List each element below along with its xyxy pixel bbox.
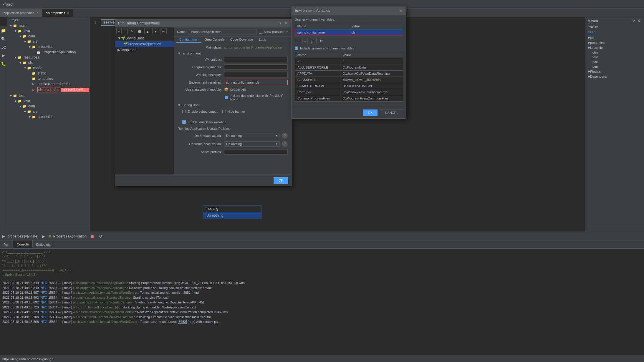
config-name-input[interactable] (189, 29, 256, 34)
tree-item-properties-test[interactable]: ▼ 📁 properties (7, 114, 89, 119)
config-tree-spring-boot[interactable]: ▼ 🌱 Spring Boot (115, 35, 174, 41)
maven-item-plugins[interactable]: ▶ Plugins (585, 69, 644, 74)
tree-item-java-main[interactable]: ▼ 📁 java (7, 28, 89, 34)
git-icon[interactable]: ⎇ (1, 45, 6, 49)
maven-item-deploy[interactable]: dep (585, 64, 644, 69)
maven-profiles[interactable]: Profiles (585, 24, 644, 29)
envvar-paste-btn[interactable]: ↺ (318, 38, 325, 44)
working-dir-input[interactable] (224, 72, 288, 77)
run-btn[interactable]: ▶ (41, 233, 46, 239)
tree-label: com (28, 104, 35, 108)
enable-debug-row[interactable]: Enable debug output (182, 110, 218, 113)
stop-btn[interactable]: ⏹ (89, 233, 95, 239)
copy-config-btn[interactable]: ⬤ (136, 29, 143, 34)
env-var-value-input[interactable] (352, 31, 401, 34)
dialog-help-btn[interactable]: ? (279, 21, 282, 25)
tree-item-templates[interactable]: 📁 templates (7, 76, 89, 81)
tree-item-main[interactable]: ▼ 📁 main (7, 23, 89, 28)
on-frame-help-btn[interactable]: ? (282, 141, 288, 147)
tab-console[interactable]: Console (13, 240, 32, 248)
maven-item-lifecycle[interactable]: ▶ Lifecycle (585, 45, 644, 50)
tree-item-static[interactable]: 📁 static (7, 71, 89, 76)
tab-configuration[interactable]: Configuration (176, 36, 201, 43)
envvar-add-btn[interactable]: + (295, 38, 301, 44)
tree-item-cls-props[interactable]: ⚙ cls.properties 找不到配置的配置文件 (7, 87, 89, 93)
config-tree-properties-app[interactable]: 🌱 PropertiesApplication (115, 41, 174, 47)
tree-item-java-test[interactable]: ▼ 📁 java (7, 98, 89, 104)
down-config-btn[interactable]: ▼ (152, 29, 159, 34)
filter-btn[interactable]: ☰ (160, 29, 167, 34)
include-deps-row[interactable]: Include dependencies with 'Provided' sco… (225, 94, 288, 101)
allow-parallel-check[interactable]: Allow parallel run (259, 30, 288, 34)
include-deps-checkbox[interactable] (225, 96, 228, 99)
ok-button[interactable]: OK (274, 177, 288, 184)
env-var-value-cell[interactable] (349, 29, 403, 36)
envvar-copy-btn[interactable]: ⬚ (309, 38, 317, 44)
console-output[interactable]: /\ / ___'_ __ _ _(_)_ __ __ _ \ \ \ \ ( … (0, 249, 644, 356)
tree-item-PropertiesApplication[interactable]: ☕ PropertiesApplication (7, 49, 89, 55)
run-icon[interactable]: ▶ (2, 53, 5, 58)
tree-item-cls-res[interactable]: ▼ 📁 cls (7, 60, 89, 65)
maven-item-test[interactable]: test (585, 55, 644, 59)
tab-logs[interactable]: Logs (256, 36, 269, 43)
include-sys-env-row[interactable]: Include system environment variables (295, 47, 403, 50)
search-icon[interactable]: 🔍 (1, 36, 6, 41)
hide-banner-checkbox[interactable] (222, 110, 226, 113)
rerun-btn[interactable]: ↺ (98, 233, 104, 239)
maven-clear-row: clear (585, 29, 644, 35)
allow-parallel-checkbox[interactable] (259, 30, 262, 34)
program-args-input[interactable] (224, 64, 288, 70)
include-sys-checkbox[interactable] (295, 47, 298, 50)
tab-close-icon[interactable]: ✕ (36, 11, 39, 14)
env-var-name-cell[interactable] (295, 29, 349, 36)
envvars-ok-btn[interactable]: OK (363, 109, 378, 116)
spring-boot-section-header[interactable]: ▼ Spring Boot (178, 103, 288, 107)
add-config-btn[interactable]: + (116, 29, 122, 34)
enable-launch-checkbox[interactable] (182, 120, 186, 124)
project-icon[interactable]: 📁 (1, 28, 6, 33)
envvar-remove-btn[interactable]: - (302, 38, 308, 44)
enable-launch-row[interactable]: Enable launch optimization (182, 120, 226, 124)
hide-banner-row[interactable]: Hide banner (222, 110, 245, 113)
maven-refresh-btn[interactable]: ↻ (631, 19, 636, 23)
maven-item-dependencies[interactable]: ▶ Dependenc (585, 74, 644, 79)
tab-close-icon[interactable]: ✕ (67, 11, 69, 14)
tab-cls-properties[interactable]: cls.properties ✕ (42, 9, 73, 17)
vm-options-input[interactable] (224, 57, 288, 62)
up-config-btn[interactable]: ▲ (144, 29, 151, 34)
config-tree-templates[interactable]: ▶ Templates (115, 47, 174, 53)
dialog-close-btn[interactable]: ✕ (284, 21, 288, 25)
tree-item-cls-test[interactable]: ▼ 📁 cls (7, 109, 89, 114)
tree-item-cls[interactable]: ▼ 📁 cls (7, 39, 89, 44)
on-frame-dropdown[interactable]: Do nothing ▾ (224, 141, 279, 147)
envvars-close-btn[interactable]: ✕ (399, 9, 403, 13)
tree-item-test[interactable]: ▼ 📁 test (7, 93, 89, 98)
tree-item-resources[interactable]: ▼ 📁 resources (7, 55, 89, 60)
env-var-name-input[interactable] (297, 31, 347, 34)
env-section-header[interactable]: ▼ Environment (178, 52, 288, 55)
active-profiles-input[interactable] (224, 149, 288, 155)
tab-endpoints[interactable]: Endpoints (33, 240, 54, 248)
tree-item-com-test[interactable]: ▼ 📁 com (7, 104, 89, 109)
tab-run[interactable]: Run (0, 240, 13, 248)
tab-code-coverage[interactable]: Code Coverage (227, 36, 256, 43)
enable-debug-checkbox[interactable] (182, 110, 186, 113)
tree-item-com[interactable]: ▼ 📁 com (7, 34, 89, 39)
maven-item-package[interactable]: pac (585, 59, 644, 64)
on-update-help-btn[interactable]: ? (282, 133, 288, 139)
maven-settings-btn[interactable]: ⚙ (637, 19, 642, 23)
tab-application-properties[interactable]: application.properties ✕ (0, 9, 42, 17)
remove-config-btn[interactable]: - (123, 29, 128, 34)
debug-icon[interactable]: 🐛 (1, 61, 6, 66)
maven-item-clean[interactable]: clea (585, 50, 644, 55)
tab-grep-console[interactable]: Grep Console (201, 36, 227, 43)
tree-item-config[interactable]: ▼ 📁 config (7, 65, 89, 71)
edit-config-btn[interactable]: ✎ (129, 29, 135, 34)
tree-item-properties-pkg[interactable]: ▼ 📁 properties (7, 44, 89, 49)
maven-item-jdk[interactable]: ▶ jdk- (585, 35, 644, 40)
envvars-cancel-btn[interactable]: CANCEL (380, 109, 403, 116)
env-vars-input[interactable] (224, 80, 288, 85)
on-update-dropdown[interactable]: Do nothing ▾ (224, 133, 279, 138)
tree-item-application-props[interactable]: ⚙ application.properties (7, 81, 89, 87)
maven-item-properties[interactable]: ▶ properties (585, 40, 644, 45)
